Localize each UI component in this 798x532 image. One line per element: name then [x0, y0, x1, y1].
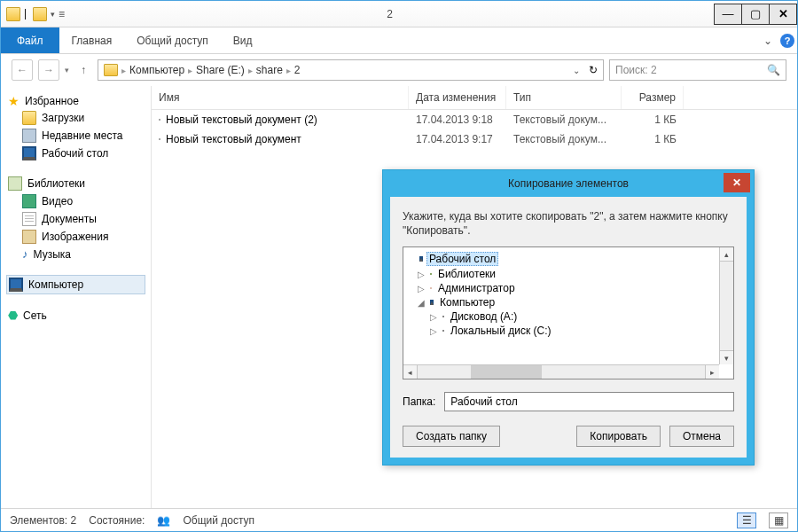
sidebar-item-recent[interactable]: Недавние места — [6, 127, 145, 145]
drive-icon — [442, 316, 444, 317]
close-button[interactable]: ✕ — [769, 4, 797, 25]
view-icons-button[interactable]: ▦ — [769, 512, 788, 528]
crumb-sep-icon: ▸ — [121, 66, 126, 75]
qat-separator: | — [24, 7, 29, 21]
nav-up-button[interactable]: ↑ — [74, 64, 92, 76]
collapse-icon[interactable]: ◢ — [418, 298, 426, 308]
text-file-icon — [159, 119, 160, 121]
nav-back-button[interactable]: ← — [12, 59, 33, 81]
cancel-button[interactable]: Отмена — [669, 426, 734, 447]
sidebar-item-music[interactable]: ♪Музыка — [6, 246, 145, 262]
status-state-value: Общий доступ — [183, 514, 254, 527]
places-icon — [22, 129, 36, 143]
address-row: ← → ▾ ↑ ▸ Компьютер ▸ Share (E:) ▸ share… — [1, 54, 797, 86]
view-details-button[interactable]: ☰ — [737, 512, 756, 528]
tree-item-computer[interactable]: ◢Компьютер — [405, 295, 732, 309]
scroll-thumb[interactable] — [471, 365, 542, 379]
computer-icon — [430, 300, 434, 305]
expand-icon[interactable]: ▷ — [418, 270, 426, 279]
expand-icon[interactable]: ▷ — [418, 284, 426, 293]
scroll-left-icon[interactable]: ◂ — [403, 365, 418, 379]
refresh-button[interactable]: ↻ — [589, 64, 598, 76]
user-icon — [430, 287, 432, 289]
tree-item-drive-c[interactable]: ▷Локальный диск (C:) — [405, 324, 732, 338]
qat-open-icon[interactable] — [33, 7, 47, 21]
sidebar-item-downloads[interactable]: Загрузки — [6, 109, 145, 127]
col-size[interactable]: Размер — [622, 86, 684, 109]
tree-item-libraries[interactable]: ▷Библиотеки — [405, 267, 732, 281]
folder-tree[interactable]: Рабочий стол ▷Библиотеки ▷Администратор … — [403, 246, 734, 379]
expand-icon[interactable]: ▷ — [430, 326, 439, 336]
col-date[interactable]: Дата изменения — [409, 86, 506, 109]
desktop-icon — [419, 256, 423, 262]
nav-history-dropdown[interactable]: ▾ — [65, 66, 69, 74]
sidebar-item-video[interactable]: Видео — [6, 192, 145, 210]
address-bar[interactable]: ▸ Компьютер ▸ Share (E:) ▸ share ▸ 2 ⌄ ↻ — [98, 59, 604, 81]
sidebar-computer[interactable]: Компьютер — [6, 275, 145, 294]
sidebar-libraries[interactable]: Библиотеки — [6, 175, 145, 192]
maximize-button[interactable]: ▢ — [741, 4, 770, 25]
dialog-titlebar[interactable]: Копирование элементов ✕ — [383, 170, 754, 197]
scroll-right-icon[interactable]: ▸ — [705, 365, 719, 379]
status-bar: Элементов: 2 Состояние: 👥 Общий доступ ☰… — [1, 508, 797, 531]
file-row[interactable]: Новый текстовый документ (2) 17.04.2013 … — [152, 110, 797, 129]
crumb-share[interactable]: share — [256, 64, 283, 76]
ribbon-file[interactable]: Файл — [1, 27, 59, 53]
folder-input[interactable] — [444, 392, 734, 411]
star-icon: ★ — [8, 95, 20, 107]
ribbon: Файл Главная Общий доступ Вид ⌄ ? — [1, 27, 797, 54]
music-icon: ♪ — [22, 247, 28, 261]
library-icon — [8, 176, 22, 191]
document-icon — [22, 212, 36, 226]
expand-icon[interactable]: ▷ — [430, 312, 439, 322]
ribbon-tab-home[interactable]: Главная — [59, 27, 125, 53]
window-title: 2 — [65, 8, 715, 20]
folder-label: Папка: — [403, 395, 435, 408]
tree-item-drive-a[interactable]: ▷Дисковод (A:) — [405, 309, 732, 324]
dialog-title: Копирование элементов — [508, 177, 629, 190]
status-count: Элементов: 2 — [10, 514, 76, 527]
ribbon-tab-share[interactable]: Общий доступ — [124, 27, 221, 53]
crumb-share-e[interactable]: Share (E:) — [196, 64, 245, 76]
ribbon-collapse-icon[interactable]: ⌄ — [758, 27, 778, 53]
help-button[interactable]: ? — [778, 27, 797, 53]
crumb-sep-icon[interactable]: ▸ — [188, 66, 192, 75]
sidebar-item-documents[interactable]: Документы — [6, 210, 145, 228]
col-type[interactable]: Тип — [506, 86, 622, 109]
dialog-instruction: Укажите, куда вы хотите скопировать "2",… — [403, 209, 734, 238]
qat-dropdown-icon[interactable]: ▾ — [51, 10, 55, 19]
file-row[interactable]: Новый текстовый документ 17.04.2013 9:17… — [152, 129, 797, 149]
qat-overflow-icon[interactable]: ≡ — [59, 8, 65, 20]
address-dropdown-icon[interactable]: ⌄ — [573, 66, 580, 75]
desktop-icon — [22, 146, 36, 160]
drive-icon — [442, 330, 444, 332]
search-icon: 🔍 — [767, 64, 780, 76]
tree-item-desktop[interactable]: Рабочий стол — [405, 251, 732, 267]
dialog-close-button[interactable]: ✕ — [724, 173, 750, 192]
tree-vertical-scrollbar[interactable]: ▴ ▾ — [719, 247, 733, 364]
copy-button[interactable]: Копировать — [576, 426, 661, 447]
tree-item-admin[interactable]: ▷Администратор — [405, 281, 732, 295]
crumb-sep-icon[interactable]: ▸ — [248, 66, 253, 75]
sidebar-favorites[interactable]: ★Избранное — [6, 93, 145, 109]
search-input[interactable]: Поиск: 2 🔍 — [609, 59, 786, 81]
image-icon — [22, 230, 36, 244]
sidebar-network[interactable]: ⬣Сеть — [6, 307, 145, 324]
share-icon: 👥 — [157, 514, 170, 527]
folder-icon — [22, 111, 36, 125]
crumb-current[interactable]: 2 — [294, 64, 301, 76]
sidebar-item-images[interactable]: Изображения — [6, 228, 145, 246]
scroll-down-icon[interactable]: ▾ — [720, 350, 733, 364]
network-icon: ⬣ — [8, 309, 18, 322]
crumb-sep-icon[interactable]: ▸ — [286, 66, 291, 75]
ribbon-tab-view[interactable]: Вид — [221, 27, 265, 53]
text-file-icon — [159, 138, 160, 140]
create-folder-button[interactable]: Создать папку — [403, 426, 500, 447]
nav-forward-button[interactable]: → — [38, 59, 59, 81]
crumb-computer[interactable]: Компьютер — [129, 64, 184, 76]
col-name[interactable]: Имя — [152, 86, 409, 109]
tree-horizontal-scrollbar[interactable]: ◂ ▸ — [403, 364, 719, 379]
minimize-button[interactable]: — — [714, 4, 742, 25]
scroll-up-icon[interactable]: ▴ — [720, 247, 733, 262]
sidebar-item-desktop[interactable]: Рабочий стол — [6, 145, 145, 162]
